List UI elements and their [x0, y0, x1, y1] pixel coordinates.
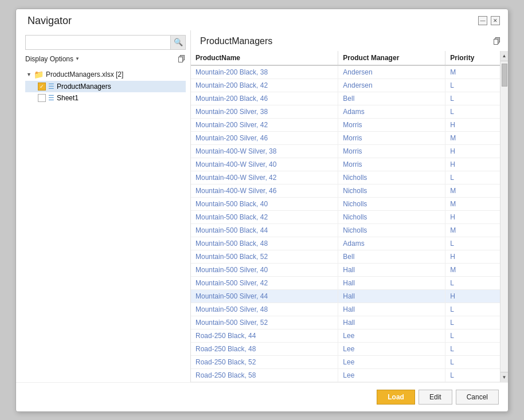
table-cell-product-manager: Nicholls: [338, 197, 445, 210]
search-input[interactable]: [26, 37, 170, 48]
title-bar: Navigator — ✕: [16, 9, 508, 30]
table-cell-priority: H: [445, 158, 500, 171]
table-row[interactable]: Mountain-200 Silver, 46MorrisM: [191, 131, 500, 144]
table-cell-product-manager: Morris: [338, 158, 445, 171]
table-cell-priority: L: [445, 78, 500, 92]
checkbox-productmanagers[interactable]: [38, 83, 46, 91]
close-button[interactable]: ✕: [491, 16, 500, 25]
load-button[interactable]: Load: [377, 390, 415, 405]
table-cell-priority: L: [445, 329, 500, 342]
table-cell-product-name: Mountain-200 Black, 38: [191, 65, 338, 79]
table-cell-priority: L: [445, 303, 500, 316]
table-row[interactable]: Mountain-200 Black, 42AndersenL: [191, 78, 500, 92]
table-scroll-wrapper[interactable]: ProductName Product Manager Priority Mou…: [191, 51, 500, 382]
table-cell-priority: M: [445, 197, 500, 210]
table-cell-priority: M: [445, 184, 500, 197]
table-row[interactable]: Mountain-500 Black, 48AdamsL: [191, 237, 500, 250]
table-cell-priority: L: [445, 355, 500, 368]
dropdown-caret-icon: ▼: [75, 56, 80, 61]
scroll-down-button[interactable]: ▼: [500, 372, 509, 382]
table-row[interactable]: Mountain-500 Black, 52BellH: [191, 250, 500, 263]
folder-icon: 📁: [34, 70, 44, 79]
table-cell-product-name: Road-250 Black, 52: [191, 355, 338, 368]
preview-file-icon[interactable]: 🗍: [493, 37, 501, 46]
table-row[interactable]: Road-250 Black, 52LeeL: [191, 355, 500, 368]
main-content: 🔍 Display Options ▼ 🗍 ▼ 📁 ProductManager…: [16, 30, 508, 382]
edit-button[interactable]: Edit: [419, 390, 452, 405]
table-cell-product-name: Mountain-200 Silver, 46: [191, 131, 338, 144]
table-cell-product-manager: Nicholls: [338, 184, 445, 197]
table-cell-product-manager: Lee: [338, 368, 445, 382]
scroll-thumb[interactable]: [502, 64, 507, 87]
table-cell-product-manager: Hall: [338, 276, 445, 289]
tree-item-productmanagers[interactable]: ☰ ProductManagers: [25, 81, 186, 92]
folder-arrow-icon: ▼: [26, 72, 32, 77]
table-cell-product-name: Mountain-500 Black, 42: [191, 210, 338, 223]
scroll-track: ▲ ▼: [500, 51, 508, 382]
display-options-button[interactable]: Display Options ▼: [25, 55, 80, 63]
table-row[interactable]: Mountain-500 Silver, 42HallL: [191, 276, 500, 289]
table-cell-product-name: Mountain-500 Black, 48: [191, 237, 338, 250]
col-header-priority: Priority: [445, 51, 500, 65]
table-cell-product-manager: Morris: [338, 118, 445, 131]
right-panel: ProductManagers 🗍 ProductName Product Ma…: [191, 30, 508, 382]
table-cell-priority: L: [445, 237, 500, 250]
col-header-product-name: ProductName: [191, 51, 338, 65]
tree-item-sheet1[interactable]: ☰ Sheet1: [25, 92, 186, 104]
table-row[interactable]: Mountain-500 Silver, 48HallL: [191, 303, 500, 316]
col-header-product-manager: Product Manager: [338, 51, 445, 65]
checkbox-sheet1[interactable]: [38, 94, 46, 102]
minimize-button[interactable]: —: [478, 16, 487, 25]
table-cell-product-name: Road-250 Black, 44: [191, 329, 338, 342]
table-row[interactable]: Mountain-400-W Silver, 40MorrisH: [191, 158, 500, 171]
dialog-title: Navigator: [28, 15, 72, 27]
tree-item-label-productmanagers: ProductManagers: [57, 83, 111, 91]
table-row[interactable]: Mountain-500 Silver, 44HallH: [191, 289, 500, 303]
table-cell-priority: H: [445, 118, 500, 131]
cancel-button[interactable]: Cancel: [456, 390, 499, 405]
table-cell-priority: H: [445, 210, 500, 223]
table-cell-product-manager: Adams: [338, 105, 445, 118]
table-row[interactable]: Mountain-500 Black, 42NichollsH: [191, 210, 500, 223]
table-cell-product-manager: Nicholls: [338, 210, 445, 223]
table-row[interactable]: Road-250 Black, 44LeeL: [191, 329, 500, 342]
table-row[interactable]: Mountain-500 Black, 40NichollsM: [191, 197, 500, 210]
table-row[interactable]: Mountain-200 Silver, 42MorrisH: [191, 118, 500, 131]
preview-title: ProductManagers: [200, 36, 272, 46]
table-row[interactable]: Mountain-200 Black, 46BellL: [191, 92, 500, 105]
table-cell-product-manager: Lee: [338, 329, 445, 342]
table-cell-product-manager: Hall: [338, 263, 445, 276]
display-options-label: Display Options: [25, 55, 73, 63]
title-controls: — ✕: [478, 16, 500, 25]
table-cell-priority: L: [445, 105, 500, 118]
table-row[interactable]: Mountain-200 Black, 38AndersenM: [191, 65, 500, 79]
table-cell-product-manager: Nicholls: [338, 171, 445, 184]
search-button[interactable]: 🔍: [170, 36, 185, 49]
table-row[interactable]: Mountain-400-W Silver, 46NichollsM: [191, 184, 500, 197]
table-cell-priority: H: [445, 250, 500, 263]
table-row[interactable]: Mountain-500 Silver, 52HallL: [191, 316, 500, 329]
table-cell-product-manager: Adams: [338, 237, 445, 250]
table-row[interactable]: Mountain-500 Black, 44NichollsM: [191, 223, 500, 237]
table-cell-product-name: Mountain-500 Black, 40: [191, 197, 338, 210]
table-cell-product-manager: Bell: [338, 250, 445, 263]
table-cell-product-name: Mountain-400-W Silver, 42: [191, 171, 338, 184]
table-row[interactable]: Road-250 Black, 48LeeL: [191, 342, 500, 355]
table-cell-product-name: Mountain-500 Silver, 40: [191, 263, 338, 276]
table-cell-product-name: Mountain-200 Silver, 42: [191, 118, 338, 131]
table-cell-priority: M: [445, 223, 500, 237]
table-row[interactable]: Mountain-200 Silver, 38AdamsL: [191, 105, 500, 118]
file-icon[interactable]: 🗍: [178, 54, 186, 64]
table-cell-product-manager: Morris: [338, 131, 445, 144]
table-cell-priority: H: [445, 289, 500, 303]
table-cell-product-manager: Hall: [338, 316, 445, 329]
table-row[interactable]: Mountain-500 Silver, 40HallM: [191, 263, 500, 276]
table-row[interactable]: Road-250 Black, 58LeeL: [191, 368, 500, 382]
scroll-up-button[interactable]: ▲: [500, 51, 509, 61]
table-row[interactable]: Mountain-400-W Silver, 42NichollsL: [191, 171, 500, 184]
tree-area: ▼ 📁 ProductManagers.xlsx [2] ☰ ProductMa…: [25, 68, 186, 378]
table-row[interactable]: Mountain-400-W Silver, 38MorrisH: [191, 144, 500, 158]
table-cell-product-manager: Nicholls: [338, 223, 445, 237]
tree-item-label-sheet1: Sheet1: [57, 94, 79, 102]
tree-folder[interactable]: ▼ 📁 ProductManagers.xlsx [2]: [25, 68, 186, 81]
